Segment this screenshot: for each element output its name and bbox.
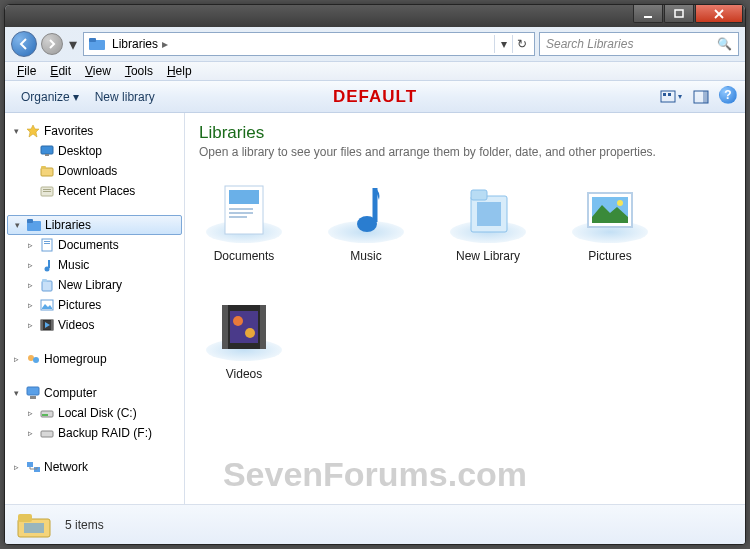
- menu-view[interactable]: View: [79, 62, 117, 80]
- tree-documents[interactable]: ▹ Documents: [7, 235, 182, 255]
- tree-backup-raid[interactable]: ▹ Backup RAID (F:): [7, 423, 182, 443]
- computer-icon: [24, 386, 42, 400]
- nav-bar: ▾ Libraries ▸ ▾ ↻ Search Libraries 🔍: [5, 27, 745, 61]
- tree-videos[interactable]: ▹ Videos: [7, 315, 182, 335]
- svg-rect-20: [44, 241, 50, 242]
- new-library-button[interactable]: New library: [87, 86, 163, 108]
- preview-pane-button[interactable]: [689, 86, 713, 108]
- svg-rect-15: [43, 189, 51, 190]
- svg-rect-24: [42, 279, 47, 282]
- svg-rect-10: [41, 146, 53, 154]
- navigation-pane[interactable]: ▾ Favorites Desktop Downloads: [5, 113, 185, 504]
- item-label: Music: [321, 249, 411, 263]
- computer-group: ▾ Computer ▹ Local Disk (C:) ▹ Backup RA…: [7, 383, 182, 443]
- svg-rect-18: [27, 219, 33, 223]
- svg-point-57: [233, 316, 243, 326]
- expand-icon[interactable]: ▹: [25, 260, 36, 270]
- titlebar[interactable]: [5, 5, 745, 27]
- svg-rect-48: [477, 202, 501, 226]
- menu-edit[interactable]: Edit: [44, 62, 77, 80]
- svg-rect-56: [230, 311, 258, 343]
- collapse-icon[interactable]: ▾: [11, 126, 22, 136]
- svg-point-45: [357, 216, 377, 232]
- address-bar[interactable]: Libraries ▸ ▾ ↻: [83, 32, 535, 56]
- svg-point-52: [617, 200, 623, 206]
- back-button[interactable]: [11, 31, 37, 57]
- library-item-videos[interactable]: Videos: [199, 295, 289, 381]
- homegroup-group: ▹ Homegroup: [7, 349, 182, 369]
- libraries-icon: [15, 510, 55, 540]
- svg-rect-11: [45, 154, 49, 156]
- breadcrumb-separator[interactable]: ▸: [160, 37, 170, 51]
- minimize-button[interactable]: [633, 5, 663, 23]
- tree-recent-places[interactable]: Recent Places: [7, 181, 182, 201]
- tree-label: Favorites: [44, 124, 93, 138]
- tree-label: Backup RAID (F:): [58, 426, 152, 440]
- expand-icon[interactable]: ▹: [25, 408, 36, 418]
- tree-new-library[interactable]: ▹ New Library: [7, 275, 182, 295]
- videos-icon: [204, 295, 284, 361]
- library-icon: [448, 177, 528, 243]
- libraries-icon: [88, 36, 106, 52]
- svg-rect-42: [229, 208, 253, 210]
- collapse-icon[interactable]: ▾: [12, 220, 23, 230]
- library-item-music[interactable]: Music: [321, 177, 411, 263]
- content-pane[interactable]: Libraries Open a library to see your fil…: [185, 113, 745, 504]
- network-icon: [24, 460, 42, 474]
- maximize-button[interactable]: [664, 5, 694, 23]
- change-view-button[interactable]: ▾: [659, 86, 683, 108]
- tree-local-disk[interactable]: ▹ Local Disk (C:): [7, 403, 182, 423]
- tree-libraries[interactable]: ▾ Libraries: [7, 215, 182, 235]
- search-input[interactable]: Search Libraries 🔍: [539, 32, 739, 56]
- tree-homegroup[interactable]: ▹ Homegroup: [7, 349, 182, 369]
- organize-button[interactable]: Organize▾: [13, 86, 87, 108]
- help-button[interactable]: ?: [719, 86, 737, 104]
- library-item-documents[interactable]: Documents: [199, 177, 289, 263]
- favorites-group: ▾ Favorites Desktop Downloads: [7, 121, 182, 201]
- svg-rect-3: [89, 38, 96, 42]
- search-placeholder: Search Libraries: [546, 37, 633, 51]
- tree-computer[interactable]: ▾ Computer: [7, 383, 182, 403]
- collapse-icon[interactable]: ▾: [11, 388, 22, 398]
- close-button[interactable]: [695, 5, 743, 23]
- tree-downloads[interactable]: Downloads: [7, 161, 182, 181]
- breadcrumb-item[interactable]: Libraries: [110, 37, 160, 51]
- tree-music[interactable]: ▹ Music: [7, 255, 182, 275]
- svg-rect-1: [675, 10, 683, 17]
- tree-network[interactable]: ▹ Network: [7, 457, 182, 477]
- library-item-pictures[interactable]: Pictures: [565, 177, 655, 263]
- address-dropdown[interactable]: ▾: [494, 35, 512, 53]
- expand-icon[interactable]: ▹: [11, 462, 22, 472]
- expand-icon[interactable]: ▹: [25, 240, 36, 250]
- menu-help[interactable]: Help: [161, 62, 198, 80]
- svg-rect-28: [41, 320, 43, 330]
- page-title: Libraries: [199, 123, 731, 143]
- svg-rect-13: [41, 166, 46, 169]
- expand-icon[interactable]: ▹: [25, 300, 36, 310]
- refresh-button[interactable]: ↻: [512, 35, 530, 53]
- svg-rect-55: [260, 305, 266, 349]
- svg-rect-33: [27, 387, 39, 395]
- history-dropdown[interactable]: ▾: [67, 34, 79, 54]
- expand-icon[interactable]: ▹: [25, 320, 36, 330]
- expand-icon[interactable]: ▹: [25, 428, 36, 438]
- expand-icon[interactable]: ▹: [25, 280, 36, 290]
- library-item-new-library[interactable]: New Library: [443, 177, 533, 263]
- tree-desktop[interactable]: Desktop: [7, 141, 182, 161]
- expand-icon[interactable]: ▹: [11, 354, 22, 364]
- item-label: Pictures: [565, 249, 655, 263]
- forward-button[interactable]: [41, 33, 63, 55]
- menu-tools[interactable]: Tools: [119, 62, 159, 80]
- recent-icon: [38, 185, 56, 197]
- music-icon: [38, 258, 56, 272]
- svg-rect-54: [222, 305, 228, 349]
- tree-favorites[interactable]: ▾ Favorites: [7, 121, 182, 141]
- libraries-group: ▾ Libraries ▹ Documents ▹ Music ▹: [7, 215, 182, 335]
- svg-rect-60: [18, 514, 32, 522]
- menu-file[interactable]: File: [11, 62, 42, 80]
- tree-pictures[interactable]: ▹ Pictures: [7, 295, 182, 315]
- music-icon: [326, 177, 406, 243]
- item-label: Videos: [199, 367, 289, 381]
- search-icon[interactable]: 🔍: [717, 37, 732, 51]
- svg-rect-29: [51, 320, 53, 330]
